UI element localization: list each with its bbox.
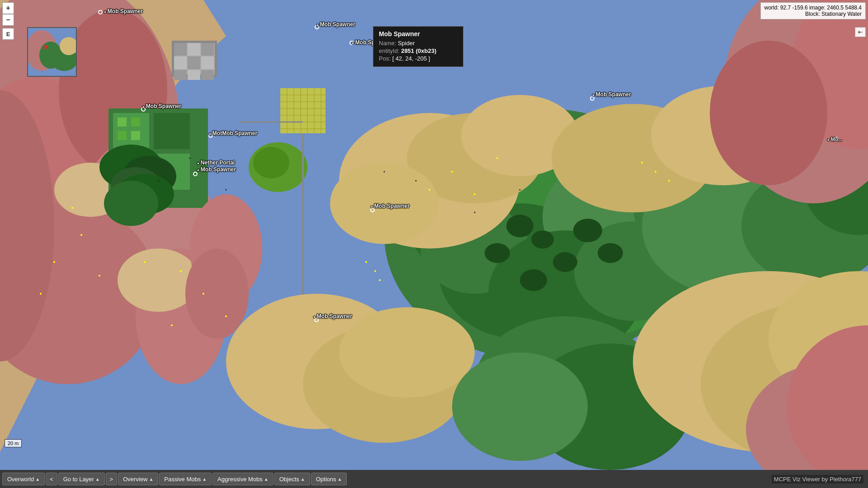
svg-point-102 — [203, 293, 204, 295]
svg-point-114 — [668, 180, 670, 182]
svg-rect-30 — [174, 56, 187, 69]
svg-point-87 — [710, 41, 827, 185]
aggressive-mobs-arrow: ▲ — [264, 477, 269, 482]
svg-rect-17 — [131, 117, 140, 127]
options-arrow: ▲ — [338, 477, 342, 482]
objects-arrow: ▲ — [301, 477, 305, 482]
map-container[interactable]: Mob Spawner Mob Spawner Mob Sp... Mob Sp… — [0, 0, 868, 470]
svg-point-84 — [452, 352, 588, 461]
svg-point-115 — [641, 162, 643, 164]
svg-point-65 — [553, 252, 577, 272]
svg-point-50 — [253, 147, 289, 178]
tooltip-name-label: Name: — [379, 40, 396, 47]
svg-point-66 — [520, 269, 547, 291]
svg-point-118 — [226, 189, 227, 191]
svg-point-103 — [225, 315, 227, 317]
svg-point-95 — [53, 261, 55, 263]
svg-point-75 — [330, 163, 439, 244]
svg-point-101 — [180, 270, 182, 272]
overview-arrow: ▲ — [149, 477, 153, 482]
scale-indicator: 20 m — [5, 439, 22, 447]
objects-button[interactable]: Objects ▲ — [274, 473, 310, 485]
svg-point-67 — [598, 243, 623, 263]
block-info: Block: Stationary Water — [764, 11, 862, 17]
overworld-arrow: ▲ — [35, 477, 40, 482]
svg-point-117 — [189, 158, 191, 159]
svg-rect-34 — [188, 70, 200, 80]
svg-point-122 — [519, 189, 521, 191]
svg-point-100 — [144, 261, 146, 263]
world-coords: world: 92.7 -159.6 image: 2460.5 5488.4 — [764, 5, 862, 11]
tooltip-pos-value: [ 42, 24, -205 ] — [392, 55, 430, 62]
svg-point-64 — [573, 219, 602, 242]
terrain-map — [0, 0, 868, 470]
compass-button[interactable]: E — [2, 28, 14, 40]
tooltip-entity-row: entityId: 2851 (0xb23) — [379, 47, 458, 54]
svg-point-97 — [99, 275, 100, 277]
passive-mobs-arrow: ▲ — [202, 477, 207, 482]
svg-rect-28 — [188, 43, 200, 56]
svg-point-62 — [531, 230, 554, 249]
svg-point-99 — [40, 293, 42, 295]
svg-rect-29 — [201, 43, 214, 56]
tooltip-name-row: Name: Spider — [379, 40, 458, 47]
go-to-layer-button[interactable]: Go to Layer ▲ — [58, 473, 105, 485]
svg-point-107 — [474, 193, 476, 195]
svg-rect-13 — [154, 113, 190, 149]
svg-point-61 — [506, 215, 533, 237]
svg-rect-35 — [201, 70, 214, 80]
mob-spawner-tooltip: Mob Spawner Name: Spider entityId: 2851 … — [373, 26, 463, 67]
svg-point-104 — [171, 324, 173, 326]
passive-mobs-button[interactable]: Passive Mobs ▲ — [159, 473, 212, 485]
svg-rect-33 — [174, 70, 187, 80]
minimap — [27, 27, 77, 77]
coordinates-display: world: 92.7 -159.6 image: 2460.5 5488.4 … — [760, 2, 866, 19]
zoom-in-button[interactable]: + — [2, 2, 14, 14]
svg-rect-18 — [118, 131, 127, 140]
overview-button[interactable]: Overview ▲ — [118, 473, 158, 485]
svg-point-105 — [429, 189, 430, 191]
svg-rect-16 — [118, 117, 127, 127]
svg-point-109 — [496, 157, 498, 159]
goto-layer-arrow: ▲ — [95, 477, 100, 482]
svg-point-106 — [451, 171, 453, 173]
zoom-controls: + − — [2, 2, 14, 26]
svg-point-111 — [365, 261, 367, 263]
tooltip-entity-value: 2851 (0xb23) — [401, 47, 436, 54]
tooltip-pos-row: Pos: [ 42, 24, -205 ] — [379, 55, 458, 62]
svg-point-108 — [406, 207, 408, 209]
toolbar: Overworld ▲ < Go to Layer ▲ > Overview ▲… — [0, 470, 868, 488]
tooltip-name-value: Spider — [398, 40, 415, 47]
svg-rect-19 — [131, 131, 140, 140]
tooltip-title: Mob Spawner — [379, 30, 458, 38]
svg-rect-32 — [201, 56, 214, 69]
next-layer-button[interactable]: > — [106, 473, 118, 485]
svg-point-112 — [379, 279, 381, 281]
aggressive-mobs-button[interactable]: Aggressive Mobs ▲ — [212, 473, 274, 485]
svg-point-119 — [384, 171, 385, 173]
svg-point-98 — [71, 207, 73, 209]
svg-point-120 — [415, 180, 417, 182]
svg-point-121 — [474, 212, 476, 213]
svg-point-116 — [158, 180, 159, 182]
options-button[interactable]: Options ▲ — [311, 473, 347, 485]
svg-point-81 — [339, 307, 475, 398]
svg-rect-140 — [44, 45, 48, 49]
zoom-out-button[interactable]: − — [2, 14, 14, 26]
svg-point-94 — [185, 249, 249, 339]
svg-point-24 — [104, 181, 158, 226]
attribution: MCPE Viz Viewer by Plethora777 — [772, 475, 863, 483]
tooltip-entity-label: entityId: — [379, 47, 400, 54]
expand-button[interactable]: ⇤ — [855, 27, 866, 37]
overworld-button[interactable]: Overworld ▲ — [2, 473, 45, 485]
svg-point-96 — [80, 234, 82, 236]
svg-point-110 — [374, 270, 376, 272]
svg-rect-27 — [174, 43, 187, 56]
svg-point-63 — [485, 243, 510, 263]
svg-point-113 — [655, 171, 656, 173]
tooltip-pos-label: Pos: — [379, 55, 391, 62]
prev-layer-button[interactable]: < — [46, 473, 57, 485]
svg-rect-31 — [188, 56, 200, 69]
